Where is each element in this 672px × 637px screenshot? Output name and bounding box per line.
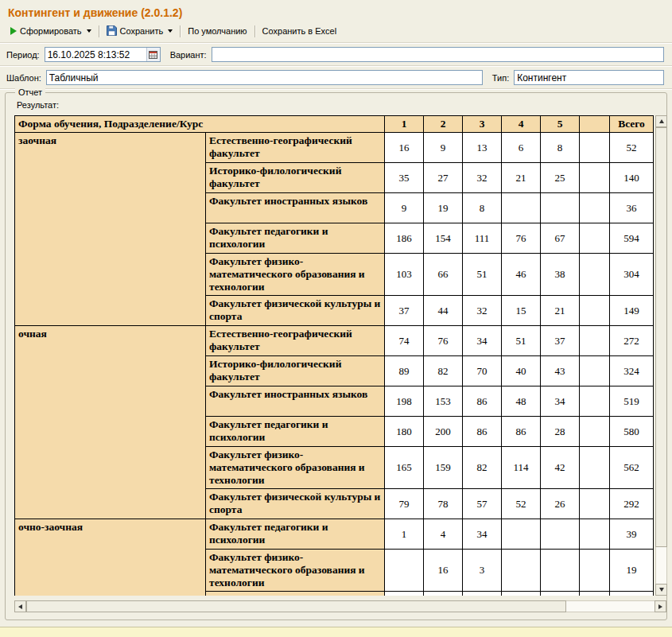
table-corner-header[interactable]: Форма обучения, Подразделение/Курс	[15, 116, 385, 133]
value-cell[interactable]: 51	[502, 326, 541, 356]
value-cell[interactable]: 34	[463, 519, 502, 550]
value-cell[interactable]	[502, 193, 541, 223]
total-cell[interactable]: 149	[610, 296, 654, 326]
value-cell[interactable]: 38	[541, 254, 580, 296]
value-cell[interactable]: 42	[541, 447, 580, 489]
value-cell[interactable]	[385, 592, 424, 596]
total-cell[interactable]: 292	[610, 489, 654, 519]
value-cell[interactable]: 86	[502, 417, 541, 447]
value-cell[interactable]: 16	[385, 133, 424, 163]
form-of-study-cell[interactable]: заочная	[15, 133, 206, 326]
total-cell[interactable]: 324	[610, 356, 654, 386]
value-cell[interactable]: 89	[385, 356, 424, 386]
value-cell[interactable]	[385, 550, 424, 592]
form-of-study-cell[interactable]: очная	[15, 326, 206, 519]
total-cell[interactable]: 594	[610, 223, 654, 254]
save-excel-button[interactable]: Сохранить в Excel	[258, 25, 341, 37]
value-cell[interactable]: 6	[502, 133, 541, 163]
scroll-left-button[interactable]	[14, 600, 26, 612]
value-cell[interactable]: 19	[424, 193, 463, 223]
generate-button[interactable]: Сформировать	[6, 25, 95, 37]
value-cell[interactable]: 37	[385, 296, 424, 326]
template-input[interactable]	[47, 72, 482, 84]
value-cell[interactable]: 15	[502, 296, 541, 326]
value-cell[interactable]: 32	[463, 163, 502, 193]
column-header[interactable]: 4	[502, 116, 541, 133]
type-field[interactable]	[514, 70, 664, 85]
value-cell[interactable]: 28	[541, 417, 580, 447]
department-cell[interactable]: Историко-филологический факультет	[206, 356, 385, 386]
value-cell[interactable]: 43	[541, 356, 580, 386]
calendar-button[interactable]	[146, 48, 160, 61]
department-cell[interactable]: Факультет педагогики и психологии	[206, 417, 385, 447]
department-cell[interactable]: Факультет физико-математического образов…	[206, 550, 385, 592]
value-cell[interactable]: 21	[541, 296, 580, 326]
value-cell[interactable]: 200	[424, 417, 463, 447]
value-cell[interactable]	[424, 592, 463, 596]
value-cell[interactable]: 32	[463, 296, 502, 326]
value-cell[interactable]: 76	[502, 223, 541, 254]
column-header[interactable]: 3	[463, 116, 502, 133]
department-cell[interactable]: Естественно-географический факультет	[206, 326, 385, 356]
column-header[interactable]: 1	[385, 116, 424, 133]
department-cell[interactable]: Факультет иностранных языков	[206, 193, 385, 223]
value-cell[interactable]: 27	[424, 163, 463, 193]
total-cell[interactable]: 39	[610, 519, 654, 550]
total-cell[interactable]: 36	[610, 193, 654, 223]
value-cell[interactable]: 198	[385, 386, 424, 417]
vertical-scrollbar[interactable]	[655, 115, 667, 596]
value-cell[interactable]: 40	[502, 356, 541, 386]
value-cell[interactable]: 74	[385, 326, 424, 356]
value-cell[interactable]: 48	[502, 386, 541, 417]
department-cell[interactable]: Факультет физической культуры и спорта	[206, 296, 385, 326]
value-cell[interactable]: 78	[424, 489, 463, 519]
value-cell[interactable]: 180	[385, 417, 424, 447]
value-cell[interactable]: 35	[385, 163, 424, 193]
period-input[interactable]	[45, 49, 146, 60]
value-cell[interactable]: 111	[463, 223, 502, 254]
form-of-study-cell[interactable]: очно-заочная	[15, 519, 206, 596]
value-cell[interactable]: 34	[463, 326, 502, 356]
value-cell[interactable]: 86	[463, 417, 502, 447]
value-cell[interactable]: 13	[463, 133, 502, 163]
value-cell[interactable]: 44	[424, 296, 463, 326]
department-cell[interactable]: Факультет физической культуры и спорта	[206, 592, 385, 596]
value-cell[interactable]: 8	[541, 133, 580, 163]
value-cell[interactable]	[541, 592, 580, 596]
horizontal-scroll-thumb[interactable]	[26, 600, 566, 612]
value-cell[interactable]: 66	[424, 254, 463, 296]
department-cell[interactable]: Факультет физико-математического образов…	[206, 447, 385, 489]
horizontal-scrollbar[interactable]	[14, 600, 666, 612]
value-cell[interactable]: 159	[424, 447, 463, 489]
horizontal-scroll-track[interactable]	[26, 600, 655, 612]
department-cell[interactable]: Естественно-географический факультет	[206, 133, 385, 163]
template-field[interactable]	[46, 70, 483, 85]
value-cell[interactable]: 3	[463, 550, 502, 592]
value-cell[interactable]	[502, 550, 541, 592]
value-cell[interactable]: 26	[541, 489, 580, 519]
save-button[interactable]: Сохранить	[103, 24, 177, 39]
column-header[interactable]: 5	[541, 116, 580, 133]
total-cell[interactable]: 580	[610, 417, 654, 447]
value-cell[interactable]: 86	[463, 386, 502, 417]
scroll-down-button[interactable]	[655, 584, 667, 596]
total-cell[interactable]: 19	[610, 550, 654, 592]
default-button[interactable]: По умолчанию	[184, 25, 251, 37]
vertical-scroll-track[interactable]	[655, 127, 667, 584]
value-cell[interactable]: 52	[502, 489, 541, 519]
column-header[interactable]: Всего	[610, 116, 654, 133]
variant-input[interactable]	[212, 49, 663, 60]
value-cell[interactable]	[502, 519, 541, 550]
department-cell[interactable]: Факультет физической культуры и спорта	[206, 489, 385, 519]
value-cell[interactable]: 46	[502, 254, 541, 296]
value-cell[interactable]: 103	[385, 254, 424, 296]
value-cell[interactable]: 21	[502, 163, 541, 193]
value-cell[interactable]: 76	[424, 326, 463, 356]
period-field[interactable]	[45, 47, 161, 62]
value-cell[interactable]: 114	[502, 447, 541, 489]
value-cell[interactable]: 154	[424, 223, 463, 254]
vertical-scroll-thumb[interactable]	[655, 127, 667, 547]
total-cell[interactable]: 52	[610, 133, 654, 163]
scroll-right-button[interactable]	[655, 600, 666, 612]
total-cell[interactable]: 272	[610, 326, 654, 356]
